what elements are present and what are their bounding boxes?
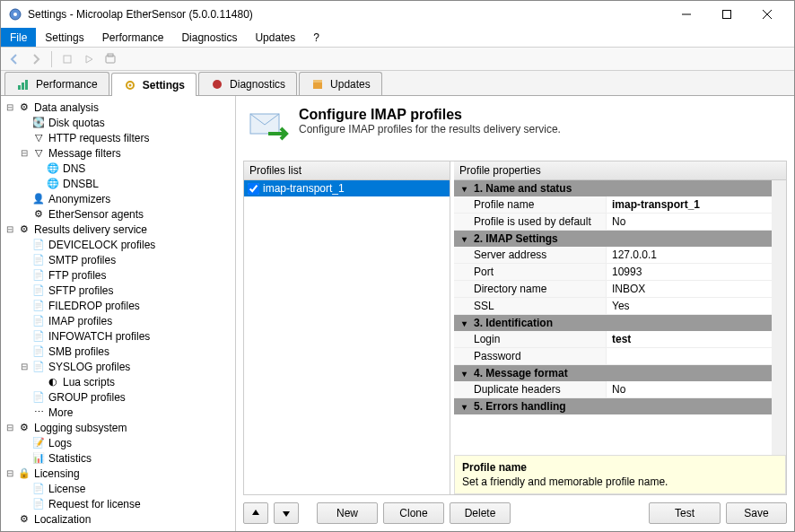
tree-licensing[interactable]: ⊟🔒Licensing [3, 466, 233, 481]
prop-label: Server address [454, 247, 607, 263]
svg-rect-15 [313, 82, 322, 89]
collapse-icon[interactable]: ⊟ [4, 102, 15, 113]
delete-button[interactable]: Delete [450, 502, 511, 524]
prop-value-dup[interactable]: No [607, 381, 772, 397]
minimize-button[interactable] [666, 2, 706, 27]
maximize-button[interactable] [706, 2, 747, 27]
menu-performance[interactable]: Performance [93, 28, 173, 47]
collapse-icon[interactable]: ⊟ [4, 468, 15, 479]
menu-diagnostics[interactable]: Diagnostics [172, 28, 246, 47]
stop-button[interactable] [57, 49, 77, 69]
prop-value-port[interactable]: 10993 [607, 264, 772, 280]
menu-settings[interactable]: Settings [36, 28, 92, 47]
tree-data-analysis[interactable]: ⊟⚙Data analysis [3, 100, 233, 115]
tree-filedrop[interactable]: 📄FILEDROP profiles [3, 298, 233, 313]
profile-icon: 📄 [31, 268, 46, 283]
prop-value-server[interactable]: 127.0.0.1 [607, 247, 772, 263]
tree-devicelock[interactable]: 📄DEVICELOCK profiles [3, 237, 233, 252]
tree-imap[interactable]: 📄IMAP profiles [3, 313, 233, 328]
tree-statistics[interactable]: 📊Statistics [3, 450, 233, 466]
profile-icon: 📄 [31, 238, 46, 252]
prop-value-login[interactable]: test [607, 331, 772, 347]
tree-infowatch[interactable]: 📄INFOWATCH profiles [3, 328, 233, 344]
tree-sftp[interactable]: 📄SFTP profiles [3, 283, 233, 298]
group-message-format[interactable]: ▾4. Message format [454, 365, 772, 381]
tree-dnsbl[interactable]: 🌐DNSBL [3, 176, 233, 191]
tree-more[interactable]: ⋯More [3, 405, 233, 420]
chevron-down-icon: ▾ [458, 184, 470, 194]
group-identification[interactable]: ▾3. Identification [454, 315, 772, 331]
tree-agents[interactable]: ⚙EtherSensor agents [3, 206, 233, 222]
prop-label: Profile name [454, 196, 607, 213]
chart-icon [16, 77, 31, 92]
tab-performance[interactable]: Performance [4, 72, 109, 95]
gear-icon: ⚙ [17, 512, 31, 527]
tree-license[interactable]: 📄License [3, 481, 233, 496]
tree-ftp[interactable]: 📄FTP profiles [3, 267, 233, 283]
tree-smb[interactable]: 📄SMB profiles [3, 344, 233, 359]
tree-disk-quotas[interactable]: 💽Disk quotas [3, 115, 233, 130]
tree-dns[interactable]: 🌐DNS [3, 161, 233, 176]
tree-smtp[interactable]: 📄SMTP profiles [3, 252, 233, 267]
save-button[interactable]: Save [726, 502, 787, 524]
tab-updates[interactable]: Updates [299, 72, 382, 95]
move-up-button[interactable] [243, 502, 268, 524]
tree-logs[interactable]: 📝Logs [3, 435, 233, 450]
collapse-icon[interactable]: ⊟ [19, 148, 30, 159]
doc-icon: 📄 [31, 482, 46, 496]
profiles-listbox[interactable]: imap-transport_1 [244, 180, 450, 494]
nav-back-button[interactable] [4, 49, 24, 69]
tab-diagnostics[interactable]: Diagnostics [198, 72, 297, 95]
refresh-button[interactable] [100, 49, 120, 69]
group-errors-handling[interactable]: ▾5. Errors handling [454, 398, 772, 414]
globe-icon: 🌐 [46, 177, 60, 191]
profile-icon: 📄 [31, 299, 46, 313]
tree-localization[interactable]: ⚙Localization [3, 511, 233, 527]
profile-icon: 📄 [31, 344, 46, 359]
collapse-icon[interactable]: ⊟ [4, 224, 15, 235]
globe-icon: 🌐 [46, 161, 60, 176]
doc-icon: 📄 [31, 497, 46, 511]
play-button[interactable] [79, 49, 99, 69]
group-name-status[interactable]: ▾1. Name and status [454, 180, 772, 196]
menu-updates[interactable]: Updates [246, 28, 304, 47]
script-icon: ◐ [46, 375, 60, 389]
close-button[interactable] [747, 2, 787, 27]
nav-forward-button[interactable] [26, 49, 46, 69]
collapse-icon[interactable]: ⊟ [4, 423, 15, 433]
tree-group[interactable]: 📄GROUP profiles [3, 389, 233, 405]
list-item[interactable]: imap-transport_1 [244, 180, 450, 196]
tree-logging[interactable]: ⊟⚙Logging subsystem [3, 420, 233, 435]
test-button[interactable]: Test [649, 502, 721, 524]
prop-value-default[interactable]: No [607, 214, 772, 230]
titlebar: Settings - Microolap EtherSensor (5.0.0.… [1, 1, 794, 28]
prop-value-profile-name[interactable]: imap-transport_1 [607, 196, 772, 213]
clone-button[interactable]: Clone [383, 502, 444, 524]
tree-lua[interactable]: ◐Lua scripts [3, 374, 233, 389]
chevron-down-icon: ▾ [458, 234, 470, 244]
prop-value-ssl[interactable]: Yes [607, 298, 772, 314]
prop-value-dir[interactable]: INBOX [607, 281, 772, 297]
profile-enabled-checkbox[interactable] [248, 183, 259, 195]
new-button[interactable]: New [317, 502, 378, 524]
settings-tree[interactable]: ⊟⚙Data analysis 💽Disk quotas ▽HTTP reque… [1, 96, 236, 531]
tree-request[interactable]: 📄Request for license [3, 496, 233, 511]
prop-value-password[interactable] [607, 348, 772, 364]
tree-http-filters[interactable]: ▽HTTP requests filters [3, 130, 233, 145]
tree-results[interactable]: ⊟⚙Results delivery service [3, 222, 233, 237]
collapse-icon[interactable]: ⊟ [19, 362, 30, 372]
tree-syslog[interactable]: ⊟📄SYSLOG profiles [3, 359, 233, 374]
profile-properties-panel: Profile properties ▾1. Name and status P… [454, 161, 786, 494]
window-title: Settings - Microolap EtherSensor (5.0.0.… [28, 8, 666, 21]
user-icon: 👤 [31, 192, 46, 206]
scrollbar[interactable] [772, 180, 786, 455]
menu-help[interactable]: ? [304, 28, 328, 47]
tab-settings[interactable]: Settings [111, 73, 197, 96]
disk-icon: 💽 [31, 116, 46, 130]
tree-message-filters[interactable]: ⊟▽Message filters [3, 145, 233, 161]
property-grid[interactable]: ▾1. Name and status Profile nameimap-tra… [454, 180, 772, 455]
menu-file[interactable]: File [1, 28, 36, 47]
group-imap-settings[interactable]: ▾2. IMAP Settings [454, 231, 772, 247]
tree-anonymizers[interactable]: 👤Anonymizers [3, 191, 233, 206]
move-down-button[interactable] [274, 502, 299, 524]
